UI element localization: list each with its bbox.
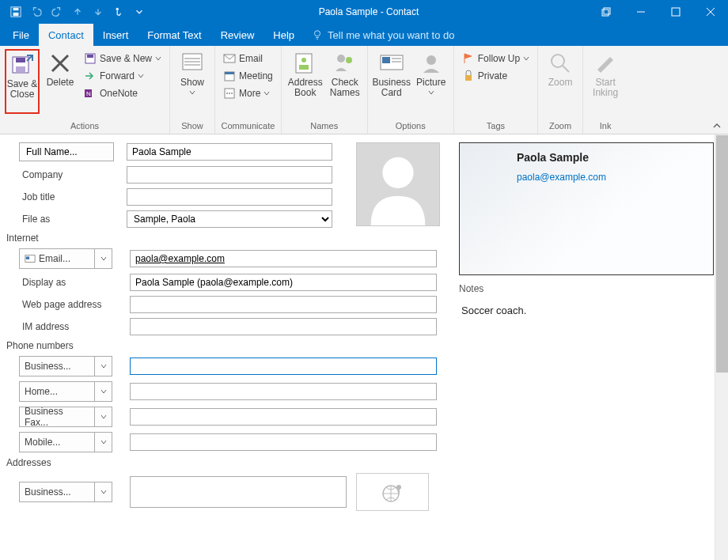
address-book-button[interactable]: Address Book — [286, 49, 324, 114]
phone-mobile-button[interactable]: Mobile... — [19, 432, 95, 452]
tab-insert[interactable]: Insert — [93, 24, 138, 46]
chevron-down-icon — [134, 6, 145, 17]
company-input[interactable] — [127, 166, 332, 184]
map-button[interactable] — [356, 473, 429, 511]
title-bar: Paola Sample - Contact — [0, 0, 728, 24]
window-title: Paola Sample - Contact — [149, 6, 589, 17]
group-zoom: Zoom Zoom — [538, 46, 583, 134]
show-button[interactable]: Show — [175, 49, 210, 114]
file-as-select[interactable]: Sample, Paola — [127, 210, 332, 228]
maximize-icon — [671, 7, 681, 17]
email-button[interactable]: Email — [220, 51, 276, 66]
svg-rect-5 — [604, 8, 610, 14]
svg-rect-7 — [672, 8, 680, 16]
vertical-scrollbar[interactable] — [715, 134, 728, 560]
forward-icon — [84, 70, 97, 82]
email-input[interactable] — [130, 250, 437, 267]
touch-mode-button[interactable] — [109, 2, 128, 21]
address-business-button[interactable]: Business... — [19, 482, 95, 502]
popout-button[interactable] — [589, 0, 624, 24]
delete-button[interactable]: Delete — [43, 49, 78, 114]
check-names-button[interactable]: Check Names — [328, 49, 362, 114]
save-icon — [10, 6, 21, 17]
customize-qat-button[interactable] — [130, 2, 149, 21]
web-page-input[interactable] — [130, 296, 437, 313]
chevron-up-icon — [712, 121, 722, 131]
minimize-button[interactable] — [624, 0, 658, 24]
email-type-button[interactable]: Email... — [19, 248, 95, 269]
display-as-input[interactable] — [130, 274, 437, 291]
start-inking-button[interactable]: Start Inking — [588, 49, 623, 114]
ribbon-tabs: File Contact Insert Format Text Review H… — [0, 24, 728, 46]
private-button[interactable]: Private — [459, 68, 533, 84]
follow-up-button[interactable]: Follow Up — [459, 51, 533, 66]
tab-format-text[interactable]: Format Text — [138, 24, 210, 46]
business-card-preview[interactable]: Paola Sample paola@example.com — [459, 142, 714, 275]
address-business-dropdown[interactable] — [95, 482, 112, 502]
globe-pin-icon — [378, 478, 407, 506]
scrollbar-thumb[interactable] — [716, 135, 728, 373]
svg-point-30 — [226, 93, 228, 94]
save-icon-button[interactable] — [6, 2, 25, 21]
notes-textarea[interactable]: Soccer coach. — [459, 299, 719, 410]
phone-business-button[interactable]: Business... — [19, 356, 95, 376]
onenote-button[interactable]: N OneNote — [81, 85, 165, 101]
business-card-button[interactable]: Business Card — [373, 49, 411, 114]
svg-point-42 — [427, 55, 436, 65]
file-as-label: File as — [3, 214, 114, 225]
address-business-input[interactable] — [130, 476, 347, 508]
email-type-dropdown[interactable] — [95, 248, 112, 269]
picture-button[interactable]: Picture — [414, 49, 449, 114]
phone-fax-input[interactable] — [130, 408, 437, 426]
more-button[interactable]: More — [220, 85, 276, 101]
group-ink: Start Inking Ink — [583, 46, 628, 134]
phone-home-button[interactable]: Home... — [19, 381, 95, 402]
tab-review[interactable]: Review — [211, 24, 264, 46]
phone-home-dropdown[interactable] — [95, 381, 112, 402]
zoom-icon — [548, 51, 573, 76]
chevron-down-icon — [155, 55, 161, 62]
redo-button[interactable] — [47, 2, 66, 21]
tell-me-label: Tell me what you want to do — [328, 29, 454, 41]
svg-rect-4 — [602, 9, 609, 16]
next-item-button[interactable] — [89, 2, 108, 21]
contact-photo[interactable] — [356, 142, 440, 226]
chevron-down-icon — [264, 90, 270, 96]
business-card-icon — [379, 51, 404, 76]
zoom-button[interactable]: Zoom — [543, 49, 578, 114]
collapse-ribbon-button[interactable] — [712, 121, 722, 131]
previous-item-button[interactable] — [68, 2, 87, 21]
tab-contact[interactable]: Contact — [39, 24, 93, 46]
save-new-button[interactable]: Save & New — [81, 51, 165, 66]
full-name-input[interactable] — [127, 143, 332, 161]
right-pane: Paola Sample paola@example.com Notes Soc… — [451, 134, 728, 560]
maximize-button[interactable] — [658, 0, 693, 24]
phone-mobile-input[interactable] — [130, 433, 437, 451]
phone-fax-button[interactable]: Business Fax... — [19, 407, 95, 427]
phone-business-input[interactable] — [130, 358, 437, 375]
web-page-label: Web page address — [3, 299, 114, 310]
job-title-input[interactable] — [127, 188, 332, 206]
phone-mobile-dropdown[interactable] — [95, 432, 112, 452]
svg-text:N: N — [86, 90, 91, 97]
phone-fax-dropdown[interactable] — [95, 407, 112, 427]
meeting-button[interactable]: Meeting — [220, 68, 276, 84]
svg-rect-43 — [465, 75, 472, 81]
display-as-label: Display as — [3, 277, 114, 288]
undo-button[interactable] — [27, 2, 46, 21]
phone-business-dropdown[interactable] — [95, 356, 112, 376]
chevron-down-icon — [100, 255, 107, 262]
show-icon — [180, 51, 205, 76]
save-and-close-button[interactable]: Save & Close — [5, 49, 40, 114]
tab-file[interactable]: File — [3, 24, 39, 46]
chevron-down-icon — [138, 73, 144, 79]
phone-home-input[interactable] — [130, 383, 437, 400]
close-button[interactable] — [693, 0, 728, 24]
tell-me-search[interactable]: Tell me what you want to do — [312, 24, 454, 46]
full-name-button[interactable]: Full Name... — [19, 142, 114, 161]
forward-button[interactable]: Forward — [81, 68, 165, 84]
chevron-down-icon — [100, 388, 107, 395]
chevron-down-icon — [523, 55, 529, 62]
im-address-input[interactable] — [130, 318, 437, 335]
tab-help[interactable]: Help — [264, 24, 304, 46]
